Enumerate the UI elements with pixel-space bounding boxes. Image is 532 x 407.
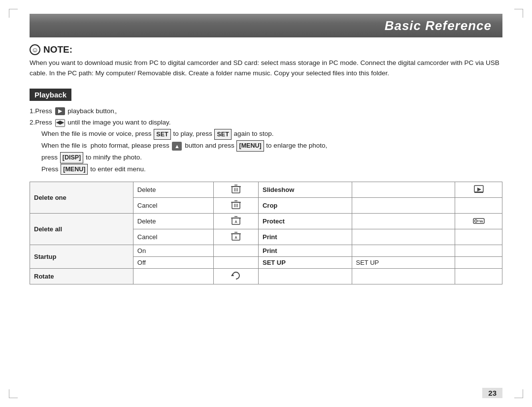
menu-table: Delete one Delete — [30, 182, 502, 284]
slideshow-option — [352, 182, 455, 198]
note-heading: ☺ NOTE: — [30, 44, 502, 55]
delete-one-delete: Delete — [133, 182, 213, 198]
corner-mark-bl — [9, 389, 18, 398]
setup-icon — [455, 257, 502, 269]
startup-off-icon — [214, 257, 259, 269]
rotate-icon-cell — [214, 269, 259, 284]
table-row: Startup On Print — [30, 245, 502, 257]
playback-section: Playback 1.Press ▶ playback button。 2.Pr… — [30, 87, 502, 285]
instr-2: 2.Press ◀▶ until the image you want to d… — [30, 117, 502, 128]
protect-label: Protect — [258, 214, 352, 229]
instr-1: 1.Press ▶ playback button。 — [30, 106, 502, 117]
table-row: Delete one Delete — [30, 182, 502, 198]
startup-on: On — [133, 245, 213, 257]
setup-option: SET UP — [352, 257, 455, 269]
setup-label: SET UP — [258, 257, 352, 269]
instr-4: When the file is photo format, please pr… — [41, 140, 502, 152]
delete-all-label: Delete all — [30, 214, 133, 245]
header-title: Basic Reference — [385, 18, 492, 33]
main-content: ☺ NOTE: When you want to download music … — [30, 44, 502, 382]
header-bar: Basic Reference — [30, 14, 502, 37]
instructions: 1.Press ▶ playback button。 2.Press ◀▶ un… — [30, 106, 502, 175]
delete-all-cancel-icon: A — [214, 229, 259, 245]
menu-key-1: [MENU] — [236, 140, 264, 152]
delete-one-cancel-icon — [214, 198, 259, 214]
table-row: Rotate — [30, 269, 502, 284]
rotate-icon — [231, 271, 241, 281]
note-text: When you want to download music from PC … — [30, 58, 502, 79]
note-section: ☺ NOTE: When you want to download music … — [30, 44, 502, 79]
rotate-right-option — [352, 269, 455, 284]
delete-one-label: Delete one — [30, 182, 133, 214]
corner-mark-tr — [514, 9, 523, 18]
corner-mark-tl — [9, 9, 18, 18]
crop-option — [352, 198, 455, 214]
rotate-right-icon — [455, 269, 502, 284]
instr-5: press [DISP] to minify the photo. — [41, 152, 502, 163]
protect-option — [352, 214, 455, 229]
page-number: 23 — [482, 388, 502, 398]
startup-label: Startup — [30, 245, 133, 269]
note-icon: ☺ — [30, 44, 40, 55]
print-label-1: Print — [258, 229, 352, 245]
menu-key-2: [MENU] — [61, 164, 88, 175]
crop-icon-cell — [455, 198, 502, 214]
up-arrow-btn: ▲ — [172, 142, 182, 151]
instr-3: When the file is movie or voice, press S… — [41, 128, 502, 140]
playback-btn-icon: ▶ — [55, 107, 65, 115]
rotate-right-label — [258, 269, 352, 284]
note-heading-text: NOTE: — [43, 44, 72, 55]
delete-one-cancel: Cancel — [133, 198, 213, 214]
rotate-label: Rotate — [30, 269, 133, 284]
delete-all-cancel: Cancel — [133, 229, 213, 245]
crop-label: Crop — [258, 198, 352, 214]
corner-mark-br — [514, 389, 523, 398]
slideshow-icon-cell — [455, 182, 502, 198]
startup-off: Off — [133, 257, 213, 269]
print-icon-2 — [455, 245, 502, 257]
slideshow-label: Slideshow — [258, 182, 352, 198]
print-icon-1 — [455, 229, 502, 245]
rotate-option — [133, 269, 213, 284]
svg-marker-28 — [231, 274, 234, 276]
svg-text:A: A — [234, 220, 237, 223]
key-icon — [473, 216, 485, 225]
print-option-2 — [352, 245, 455, 257]
protect-icon-cell — [455, 214, 502, 229]
trash-all-cancel-icon: A — [231, 231, 241, 241]
playback-section-header: Playback — [30, 89, 71, 101]
delete-all-delete: Delete — [133, 214, 213, 229]
set-key-2: SET — [214, 129, 231, 140]
nav-btn-icon: ◀▶ — [55, 119, 65, 127]
print-label-2: Print — [258, 245, 352, 257]
set-key-1: SET — [154, 129, 170, 140]
page-container: Basic Reference ☺ NOTE: When you want to… — [0, 0, 532, 407]
trash-all-icon: A — [231, 216, 241, 225]
svg-point-20 — [474, 220, 477, 222]
trash-icon-1 — [231, 184, 241, 194]
startup-on-icon — [214, 245, 259, 257]
disp-key: [DISP] — [60, 152, 84, 163]
svg-marker-7 — [477, 188, 481, 191]
svg-text:A: A — [234, 236, 237, 239]
slideshow-icon — [473, 184, 484, 194]
delete-one-delete-icon — [214, 182, 259, 198]
print-option-1 — [352, 229, 455, 245]
delete-all-delete-icon: A — [214, 214, 259, 229]
table-row: Delete all Delete A Protect — [30, 214, 502, 229]
instr-6: Press [MENU] to enter edit menu. — [41, 164, 502, 175]
trash-icon-2 — [231, 200, 241, 210]
